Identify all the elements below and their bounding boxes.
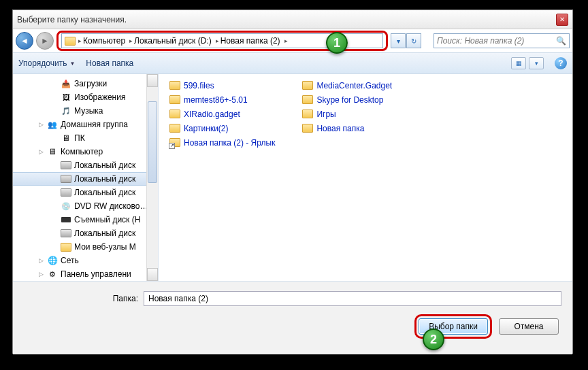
file-item[interactable]: MediaCenter.Gadget [302, 80, 392, 92]
folder-icon [302, 81, 313, 90]
tree-item[interactable]: Мои веб-узлы M [13, 240, 158, 254]
tree-item[interactable]: ▷Сеть [13, 254, 158, 267]
tree-item[interactable]: ПК [13, 131, 158, 145]
tree-item[interactable]: DVD RW дисково… [13, 199, 158, 213]
tree-item[interactable]: Загрузки [13, 77, 158, 90]
tree-item[interactable]: Музыка [13, 104, 158, 118]
pic-icon [61, 92, 71, 102]
annotation-marker-1: 1 [326, 32, 348, 54]
tree-item[interactable]: Локальный диск [13, 158, 158, 172]
toolbar: Упорядочить▼ Новая папка ▦ ▾ ? [13, 52, 572, 74]
breadcrumb-segment: ▸Новая папка (2)▸ [214, 36, 289, 46]
search-icon[interactable]: 🔍 [556, 36, 566, 46]
file-item[interactable]: Картинки(2) [169, 122, 275, 135]
file-item[interactable]: Skype for Desktop [302, 94, 392, 106]
folder-icon [169, 138, 180, 148]
cancel-button[interactable]: Отмена [499, 318, 559, 335]
folder-icon [169, 95, 180, 105]
folder-icon [65, 36, 76, 46]
dvd-icon [61, 201, 71, 211]
disk-icon [61, 188, 71, 197]
navigation-tree: ЗагрузкиИзображенияМузыка▷Домашняя групп… [13, 74, 159, 281]
refresh-button[interactable]: ↻ [406, 33, 421, 48]
organize-button[interactable]: Упорядочить▼ [18, 58, 75, 68]
tree-item[interactable]: ▷Компьютер [13, 145, 158, 158]
breadcrumb-segment: ▸Локальный диск (D:) [128, 36, 213, 46]
file-item[interactable]: Игры [302, 108, 392, 120]
footer: Папка: Выбор папки Отмена [13, 281, 572, 354]
folder-icon [302, 95, 313, 105]
tree-item[interactable]: Изображения [13, 90, 158, 104]
folder-picker-dialog: Выберите папку назначения. ✕ ◄ ► ▸Компью… [12, 10, 573, 354]
folder-icon [169, 110, 180, 119]
folder-icon [169, 124, 180, 133]
tree-item[interactable]: ▷Домашняя группа [13, 118, 158, 131]
file-item[interactable]: Новая папка (2) - Ярлык [169, 137, 275, 149]
file-item[interactable]: memtest86+-5.01 [169, 94, 275, 106]
folder-icon [302, 110, 313, 119]
view-dropdown[interactable]: ▾ [529, 57, 544, 69]
breadcrumb-segment: ▸Компьютер [77, 36, 127, 46]
music-icon [61, 106, 71, 116]
folder-icon [169, 81, 180, 90]
address-dropdown[interactable]: ▾ [391, 33, 406, 48]
pc-icon [61, 133, 71, 143]
folder-label: Папка: [24, 294, 138, 303]
search-box[interactable]: 🔍 [434, 33, 570, 48]
forward-button[interactable]: ► [36, 32, 54, 50]
window-title: Выберите папку назначения. [17, 15, 556, 24]
new-folder-button[interactable]: Новая папка [86, 58, 133, 68]
disk-icon [61, 174, 71, 184]
tree-item[interactable]: Съемный диск (H [13, 213, 158, 226]
file-item[interactable]: XIRadio.gadget [169, 108, 275, 120]
folder-name-input[interactable] [144, 291, 561, 306]
file-item[interactable]: 599.files [169, 80, 275, 92]
disk-icon [61, 161, 71, 170]
annotation-marker-2: 2 [423, 329, 444, 350]
file-list: 599.filesmemtest86+-5.01XIRadio.gadgetКа… [159, 74, 572, 281]
search-input[interactable] [437, 36, 556, 46]
disk-icon [61, 229, 71, 238]
back-button[interactable]: ◄ [16, 32, 33, 50]
grp-icon [47, 120, 58, 129]
tree-item[interactable]: ▷Панель управлени [13, 267, 158, 281]
tree-item[interactable]: Локальный диск [13, 226, 158, 240]
tree-item[interactable]: Локальный диск [13, 186, 158, 199]
net-icon [47, 256, 58, 265]
rem-icon [61, 215, 71, 224]
view-mode-button[interactable]: ▦ [511, 57, 526, 69]
close-button[interactable]: ✕ [556, 14, 568, 26]
ctrl-icon [47, 269, 58, 279]
folder-icon [302, 124, 313, 133]
dl-icon [61, 79, 71, 88]
help-button[interactable]: ? [555, 57, 567, 69]
file-item[interactable]: Новая папка [302, 122, 392, 135]
navbar: ◄ ► ▸Компьютер ▸Локальный диск (D:) ▸Нов… [13, 29, 572, 52]
titlebar: Выберите папку назначения. ✕ [13, 10, 572, 29]
tree-item[interactable]: Локальный диск [13, 172, 158, 186]
tree-scrollbar[interactable] [146, 74, 158, 281]
dialog-body: ЗагрузкиИзображенияМузыка▷Домашняя групп… [13, 74, 572, 281]
pc-icon [47, 147, 58, 156]
folder-icon [61, 242, 71, 252]
